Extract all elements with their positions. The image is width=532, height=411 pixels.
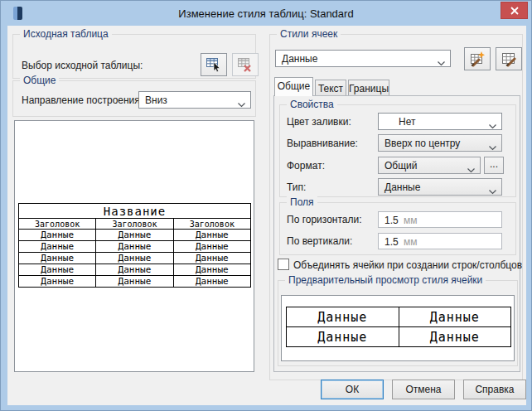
preview-data-row: Данные Данные Данные	[19, 253, 251, 264]
preview-cell: Данные	[173, 241, 250, 253]
preview-cell: Заголовок	[173, 219, 250, 230]
preview-data-row: Данные Данные Данные	[19, 230, 251, 241]
select-source-table-label: Выбор исходной таблицы:	[22, 60, 143, 71]
format-label: Формат:	[287, 160, 325, 172]
cell-styles-group-title: Стили ячеек	[277, 28, 341, 40]
preview-data-row: Данные Данные Данные	[19, 264, 251, 276]
chevron-down-icon	[238, 99, 245, 110]
chevron-down-icon	[489, 120, 496, 132]
type-combobox[interactable]: Данные	[378, 178, 502, 196]
format-combobox[interactable]: Общий	[378, 157, 481, 174]
source-table-group-title: Исходная таблица	[20, 28, 112, 40]
select-table-icon	[206, 57, 222, 73]
type-value: Данные	[384, 181, 420, 193]
horizontal-margin-value: 1.5	[384, 215, 399, 226]
cell-style-tabs: Общие Текст Границы	[270, 77, 519, 96]
merge-cells-checkbox[interactable]	[278, 259, 289, 270]
alignment-label: Выравнивание:	[287, 138, 358, 149]
clear-source-table-button	[232, 53, 259, 76]
margins-group: Поля По горизонтали: 1.5 мм По вертикали…	[279, 202, 516, 255]
preview-cell: Название	[19, 204, 251, 219]
tab-text[interactable]: Текст	[315, 80, 346, 96]
preview-cell: Данные	[173, 264, 250, 276]
format-more-label: ...	[490, 158, 498, 170]
preview-cell: Данные	[19, 276, 96, 288]
source-table-group: Исходная таблица Выбор исходной таблицы:	[12, 34, 256, 79]
general-group: Общие Направление построения: Вниз	[12, 80, 256, 117]
direction-value: Вниз	[145, 94, 167, 106]
help-button-label: Справка	[475, 384, 514, 395]
dialog-body: Исходная таблица Выбор исходной таблицы:	[7, 26, 526, 405]
general-group-title: Общие	[20, 75, 59, 86]
preview-cell: Данные	[173, 253, 250, 264]
preview-cell: Данные	[96, 230, 173, 241]
chevron-down-icon	[467, 164, 475, 176]
close-icon	[510, 7, 519, 15]
cell-style-combobox[interactable]: Данные	[275, 50, 451, 67]
preview-cell: Данные	[96, 264, 173, 276]
preview-cell: Данные	[287, 307, 399, 327]
preview-title-row: Название	[19, 204, 251, 219]
edit-cell-style-icon	[501, 51, 517, 67]
format-value: Общий	[384, 160, 418, 172]
vertical-margin-label: По вертикали:	[287, 235, 352, 247]
new-cell-style-button[interactable]	[464, 47, 491, 70]
properties-group: Свойства Цвет заливки: Нет Выравнивание:…	[279, 104, 516, 197]
remove-table-icon	[237, 57, 254, 73]
cell-style-value: Данные	[282, 53, 317, 65]
fill-color-value: Нет	[399, 116, 415, 128]
preview-cell: Данные	[96, 276, 173, 288]
cancel-button[interactable]: Отмена	[392, 380, 455, 399]
tab-borders[interactable]: Границы	[348, 80, 389, 96]
cell-preview-group-title: Предварительный просмотр стиля ячейки	[285, 274, 486, 286]
alignment-combobox[interactable]: Вверх по центру	[378, 134, 502, 152]
preview-data-row: Данные Данные Данные	[19, 276, 251, 288]
new-cell-style-icon	[469, 51, 486, 67]
tab-pane-general: Свойства Цвет заливки: Нет Выравнивание:…	[273, 95, 520, 372]
help-button[interactable]: Справка	[463, 380, 526, 399]
horizontal-margin-input[interactable]: 1.5 мм	[378, 211, 502, 228]
vertical-margin-input[interactable]: 1.5 мм	[378, 233, 502, 249]
properties-group-title: Свойства	[287, 99, 337, 110]
chevron-down-icon	[489, 186, 496, 197]
source-table-preview: Название Заголовок Заголовок Заголовок Д…	[18, 203, 251, 288]
ok-button[interactable]: ОК	[321, 380, 384, 399]
chevron-down-icon	[438, 57, 445, 69]
table-style-preview: Название Заголовок Заголовок Заголовок Д…	[14, 120, 254, 372]
dialog-window: Изменение стиля таблиц: Standard Исходна…	[0, 0, 532, 411]
fill-color-combobox[interactable]: Нет	[378, 113, 502, 130]
preview-cell: Заголовок	[19, 219, 96, 230]
preview-cell: Данные	[19, 241, 96, 253]
chevron-down-icon	[489, 142, 496, 153]
type-label: Тип:	[287, 181, 306, 193]
window-title: Изменение стиля таблиц: Standard	[1, 7, 531, 20]
tab-borders-label: Границы	[349, 83, 389, 94]
vertical-margin-unit: мм	[404, 236, 418, 248]
merge-cells-label: Объединять ячейки при создании строк/сто…	[293, 259, 522, 271]
direction-combobox[interactable]: Вниз	[138, 91, 251, 109]
tab-general[interactable]: Общие	[274, 77, 313, 96]
preview-cell: Данные	[19, 253, 96, 264]
preview-cell: Данные	[19, 264, 96, 276]
cell-preview-group: Предварительный просмотр стиля ячейки Да…	[278, 280, 518, 366]
margins-group-title: Поля	[287, 196, 317, 208]
preview-cell: Данные	[287, 327, 399, 347]
cell-styles-group: Стили ячеек Данные	[269, 34, 523, 380]
tab-general-label: Общие	[275, 80, 312, 92]
ok-button-label: ОК	[346, 384, 359, 395]
direction-label: Направление построения:	[22, 94, 143, 106]
select-source-table-button[interactable]	[201, 53, 227, 76]
cell-style-preview: Данные Данные Данные Данные	[281, 295, 515, 361]
preview-cell: Данные	[173, 230, 250, 241]
alignment-value: Вверх по центру	[384, 138, 460, 149]
preview-cell: Заголовок	[96, 219, 173, 230]
cell-preview-row: Данные Данные	[287, 307, 511, 327]
format-more-button[interactable]: ...	[484, 157, 504, 174]
close-button[interactable]	[501, 2, 528, 19]
cell-preview-row: Данные Данные	[287, 327, 511, 347]
horizontal-margin-label: По горизонтали:	[287, 214, 362, 225]
cancel-button-label: Отмена	[405, 384, 441, 395]
edit-cell-style-button[interactable]	[496, 47, 522, 70]
preview-cell: Данные	[399, 307, 511, 327]
preview-cell: Данные	[96, 241, 173, 253]
